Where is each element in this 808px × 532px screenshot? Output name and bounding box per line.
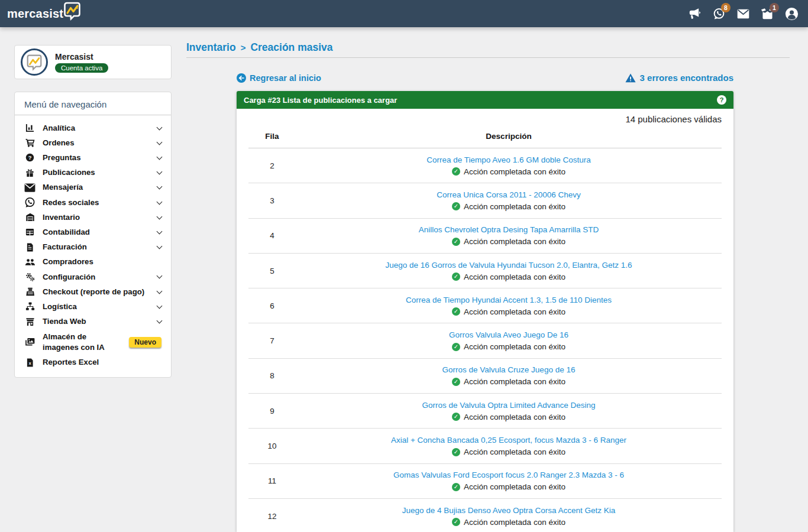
publication-link[interactable]: Correa Unica Corsa 2011 - 20006 Chevy [296,190,722,199]
back-to-start-link[interactable]: Regresar al inicio [237,73,321,83]
row-number: 3 [248,196,296,205]
whatsapp-icon[interactable]: 8 [712,7,726,21]
sidebar-item-redes-sociales[interactable]: Redes sociales [15,195,171,210]
check-circle-icon: ✓ [452,238,460,246]
row-number: 5 [248,267,296,275]
sidebar-item-almacén-de[interactable]: Almacén de imagenes con IA Nuevo [15,329,171,355]
chevron-down-icon [157,139,163,145]
publication-link[interactable]: Correa de Tiempo Hyundai Accent 1.3, 1.5… [296,296,722,304]
status-line: ✓ Acción completada con éxito [296,342,722,351]
sidebar-item-checkout-reporte[interactable]: Checkout (reporte de pago) [15,284,171,299]
chevron-down-icon [157,318,163,324]
sidebar-item-logística[interactable]: Logística [15,299,171,314]
arrow-circle-left-icon [237,73,246,83]
help-icon[interactable]: ? [717,95,726,105]
publication-link[interactable]: Correa de Tiempo Aveo 1.6 GM doble Costu… [296,155,722,164]
brand-text: mercasist [7,7,63,21]
check-circle-icon: ✓ [452,483,460,491]
svg-text:x: x [29,361,31,365]
excel-icon: x [24,358,35,367]
gears-icon [24,273,35,281]
cart-icon [24,138,35,147]
check-circle-icon: ✓ [452,273,460,281]
chevron-down-icon [157,154,163,160]
store-icon [24,317,35,326]
sidebar-item-mensajería[interactable]: Mensajería [15,180,171,195]
status-line: ✓ Acción completada con éxito [296,413,722,421]
envelope-icon [24,183,35,193]
chevron-down-icon [157,273,163,279]
sidebar-item-configuración[interactable]: Configuración [15,270,171,284]
account-name: Mercasist [55,52,108,61]
sidebar-item-ordenes[interactable]: Ordenes [15,135,171,150]
account-card: Mercasist Cuenta activa [14,45,172,79]
check-circle-icon: ✓ [452,518,460,526]
check-circle-icon: ✓ [452,448,460,456]
sidebar-item-facturación[interactable]: Facturación [15,240,171,255]
publication-link[interactable]: Gomas Valvulas Ford Ecosport focus 2.0 R… [296,471,722,479]
sidebar-item-preguntas[interactable]: ? Preguntas [15,150,171,165]
table-row: 3 Correa Unica Corsa 2011 - 20006 Chevy … [248,183,722,218]
publication-link[interactable]: Gorros de Valvula Optra Limited Advance … [296,401,722,410]
sidebar-item-compradores[interactable]: Compradores [15,255,171,270]
warehouse-icon [24,213,35,222]
chevron-down-icon [157,124,163,130]
gift-icon [24,168,35,177]
package-icon[interactable]: 1 [760,7,774,21]
sitemap-icon [24,302,35,311]
megaphone-icon[interactable] [687,7,702,21]
row-number: 2 [248,161,296,170]
avatar [21,48,48,76]
row-number: 6 [248,301,296,310]
row-number: 12 [248,512,296,521]
images-icon [24,338,35,346]
chevron-down-icon [157,303,163,309]
status-text: Acción completada con éxito [464,447,565,456]
breadcrumb-creacion-masiva: Creación masiva [250,41,332,54]
sidebar-item-reportes-excel[interactable]: x Reportes Excel [15,355,171,370]
sidebar-item-analítica[interactable]: Analítica [15,121,171,135]
row-number: 7 [248,336,296,345]
table-row: 11 Gomas Valvulas Ford Ecosport focus 2.… [248,464,722,499]
question-icon: ? [24,153,35,162]
status-line: ✓ Acción completada con éxito [296,447,722,456]
status-text: Acción completada con éxito [464,377,565,386]
table-header: Fila Descripción [248,124,722,148]
sidebar-item-inventario[interactable]: Inventario [15,210,171,225]
sidebar-menu: Menú de navegación Analítica Ordenes ? P… [14,92,172,378]
envelope-icon[interactable] [736,7,750,21]
sidebar-item-tienda-web[interactable]: Tienda Web [15,314,171,329]
errors-found-link[interactable]: 3 errores encontrados [625,73,733,83]
status-text: Acción completada con éxito [464,482,565,491]
brand-logo[interactable]: mercasist [7,4,82,23]
publication-link[interactable]: Juego de 16 Gorros de Valvula Hyundai Tu… [296,261,722,270]
notification-badge: 8 [721,3,731,12]
upload-panel-body: 14 publicaciones válidas Fila Descripció… [237,109,733,532]
row-number: 11 [248,476,296,485]
publication-link[interactable]: Anillos Chevrolet Optra Desing Tapa Amar… [296,225,722,234]
topbar: mercasist 8 1 [0,0,808,27]
valid-publications-count: 14 publicaciones válidas [248,109,722,124]
publication-link[interactable]: Gorros Valvula Aveo Juego De 16 [296,330,722,339]
invoice-icon [24,243,35,252]
publication-link[interactable]: Juego de 4 Bujias Denso Aveo Optra Corsa… [296,506,722,515]
table-row: 5 Juego de 16 Gorros de Valvula Hyundai … [248,254,722,288]
panel-title: Carga #23 Lista de publicaciones a carga… [244,96,397,105]
column-header-fila: Fila [248,132,296,141]
user-avatar-icon[interactable] [784,7,799,21]
sidebar-item-contabilidad[interactable]: Contabilidad [15,225,171,239]
main-content: Inventario > Creación masiva Regresar al… [186,0,790,532]
sidebar-item-publicaciones[interactable]: Publicaciones [15,166,171,180]
publication-link[interactable]: Gorros de Valvula Cruze Juego de 16 [296,365,722,374]
chevron-down-icon [157,199,163,205]
breadcrumb: Inventario > Creación masiva [186,41,333,54]
mercasist-logo-icon [62,1,82,23]
breadcrumb-inventario[interactable]: Inventario [186,41,236,54]
notification-badge: 1 [770,3,779,12]
status-text: Acción completada con éxito [464,273,565,281]
chevron-down-icon [157,228,163,234]
row-number: 10 [248,442,296,450]
analytics-icon [24,124,35,132]
table-row: 7 Gorros Valvula Aveo Juego De 16 ✓ Acci… [248,323,722,358]
publication-link[interactable]: Axial + Concha Bancada 0,25 Ecosport, fo… [296,436,722,445]
